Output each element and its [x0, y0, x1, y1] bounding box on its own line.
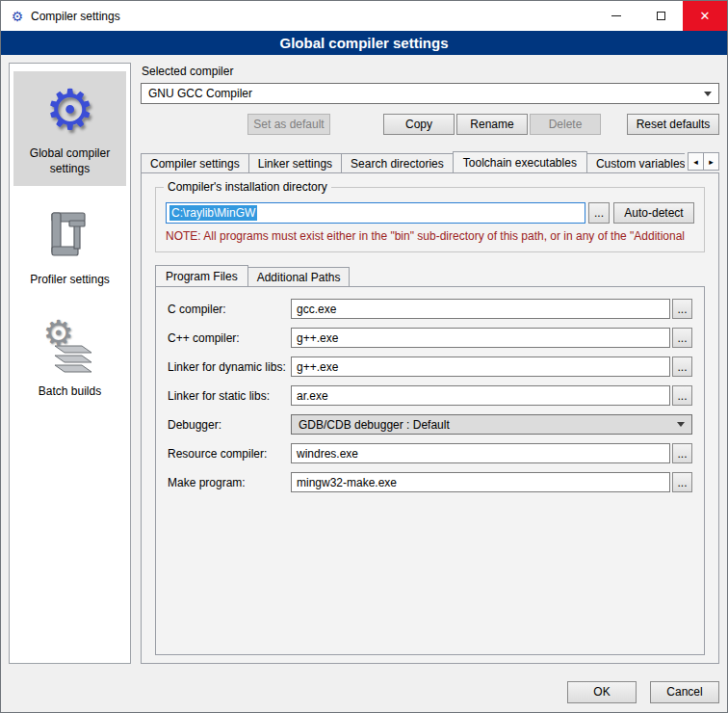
cpp-compiler-row: C++ compiler: g++.exe ... [168, 328, 692, 348]
dynamic-linker-input[interactable]: g++.exe [291, 356, 670, 377]
debugger-select-value: GDB/CDB debugger : Default [299, 418, 450, 432]
cpp-compiler-input[interactable]: g++.exe [291, 328, 670, 348]
inner-tabs-scroll-area: Program Files Additional Paths [155, 265, 350, 286]
settings-tabstrip: Compiler settings Linker settings Search… [141, 150, 719, 172]
c-compiler-browse-button[interactable]: ... [672, 299, 692, 319]
compiler-select-value: GNU GCC Compiler [148, 87, 252, 100]
install-dir-row: C:\raylib\MinGW ... Auto-detect [166, 202, 694, 224]
settings-category-sidebar: ⚙ Global compiler settings [9, 63, 131, 664]
sidebar-item-profiler-settings[interactable]: Profiler settings [13, 198, 126, 298]
titlebar: ⚙ Compiler settings ✕ [1, 1, 727, 31]
c-compiler-input[interactable]: gcc.exe [291, 299, 670, 319]
make-program-label: Make program: [168, 476, 291, 489]
sidebar-item-label: Global compiler settings [15, 146, 124, 176]
window-controls: ✕ [594, 1, 727, 31]
dialog-footer: OK Cancel [1, 672, 727, 712]
dynamic-linker-row: Linker for dynamic libs: g++.exe ... [168, 356, 692, 377]
static-linker-row: Linker for static libs: ar.exe ... [168, 385, 692, 406]
c-compiler-label: C compiler: [168, 303, 291, 316]
resource-compiler-browse-button[interactable]: ... [672, 443, 692, 463]
dynamic-linker-value: g++.exe [297, 360, 338, 374]
install-dir-groupbox: Compiler's installation directory C:\ray… [155, 187, 705, 252]
dynamic-linker-label: Linker for dynamic libs: [168, 360, 291, 374]
tab-scroll-right-button[interactable]: ▸ [703, 152, 719, 171]
global-compiler-icon-box: ⚙ [39, 79, 101, 141]
static-linker-browse-button[interactable]: ... [672, 385, 692, 406]
install-dir-value: C:\raylib\MinGW [169, 205, 257, 221]
copy-button[interactable]: Copy [383, 114, 455, 135]
tab-search-directories[interactable]: Search directories [341, 153, 454, 172]
tabs-scroll-area: Compiler settings Linker settings Search… [141, 151, 685, 172]
resource-compiler-input[interactable]: windres.exe [291, 443, 670, 463]
install-dir-note: NOTE: All programs must exist either in … [166, 229, 694, 243]
program-files-panel: C compiler: gcc.exe ... C++ compiler: g+… [155, 286, 705, 655]
debugger-select[interactable]: GDB/CDB debugger : Default [291, 414, 692, 435]
compiler-actions-row: Set as default Copy Rename Delete Reset … [141, 114, 719, 135]
resource-compiler-value: windres.exe [297, 447, 358, 461]
stacked-sheets-icon [47, 340, 101, 379]
toolchain-executables-panel: Compiler's installation directory C:\ray… [141, 172, 719, 664]
tab-custom-variables[interactable]: Custom variables [586, 153, 685, 172]
tab-program-files[interactable]: Program Files [155, 265, 248, 286]
rename-button[interactable]: Rename [456, 114, 528, 135]
c-compiler-value: gcc.exe [297, 303, 336, 316]
tab-scroll-left-button[interactable]: ◂ [688, 152, 704, 171]
install-dir-browse-button[interactable]: ... [588, 202, 610, 224]
clamp-icon [44, 208, 96, 264]
maximize-icon [657, 12, 665, 20]
window-title: Compiler settings [31, 10, 120, 23]
static-linker-input[interactable]: ar.exe [291, 385, 670, 406]
profiler-icon-box [39, 205, 101, 267]
compiler-settings-window: ⚙ Compiler settings ✕ Global compiler se… [0, 0, 728, 713]
cpp-compiler-browse-button[interactable]: ... [672, 328, 692, 348]
minimize-icon [611, 15, 621, 16]
c-compiler-row: C compiler: gcc.exe ... [168, 299, 692, 319]
autodetect-button[interactable]: Auto-detect [613, 202, 694, 224]
batch-builds-icon-box: ⚙ [39, 317, 101, 379]
cancel-button[interactable]: Cancel [650, 681, 719, 703]
tab-compiler-settings[interactable]: Compiler settings [141, 153, 249, 172]
tab-linker-settings[interactable]: Linker settings [248, 153, 342, 172]
sidebar-item-label: Batch builds [39, 384, 101, 400]
cpp-compiler-value: g++.exe [297, 331, 338, 345]
ok-button[interactable]: OK [567, 681, 637, 703]
make-program-input[interactable]: mingw32-make.exe [291, 472, 670, 492]
static-linker-label: Linker for static libs: [168, 389, 291, 403]
tab-scroll-buttons: ◂ ▸ [689, 152, 719, 171]
resource-compiler-row: Resource compiler: windres.exe ... [168, 443, 692, 463]
chevron-down-icon [704, 92, 712, 96]
minimize-button[interactable] [594, 1, 638, 31]
chevron-down-icon [677, 422, 685, 427]
sidebar-item-label: Profiler settings [30, 273, 110, 288]
make-program-browse-button[interactable]: ... [672, 472, 692, 492]
close-button[interactable]: ✕ [683, 1, 727, 31]
tab-toolchain-executables[interactable]: Toolchain executables [453, 151, 587, 172]
install-dir-input[interactable]: C:\raylib\MinGW [166, 202, 585, 224]
delete-button[interactable]: Delete [530, 114, 601, 135]
close-icon: ✕ [700, 10, 711, 22]
sidebar-item-global-compiler-settings[interactable]: ⚙ Global compiler settings [13, 71, 126, 186]
right-arrow-icon: ▸ [709, 157, 714, 167]
app-gear-icon: ⚙ [10, 9, 25, 24]
blue-gear-icon: ⚙ [45, 79, 95, 141]
left-arrow-icon: ◂ [693, 157, 698, 167]
dynamic-linker-browse-button[interactable]: ... [672, 356, 692, 377]
cpp-compiler-label: C++ compiler: [168, 331, 291, 345]
install-dir-group-title: Compiler's installation directory [164, 180, 331, 194]
debugger-label: Debugger: [168, 418, 291, 432]
make-program-value: mingw32-make.exe [297, 476, 397, 489]
debugger-row: Debugger: GDB/CDB debugger : Default [168, 414, 692, 435]
dialog-header-title: Global compiler settings [1, 31, 727, 55]
tab-additional-paths[interactable]: Additional Paths [247, 267, 351, 286]
make-program-row: Make program: mingw32-make.exe ... [168, 472, 692, 492]
batch-builds-icon: ⚙ [39, 317, 101, 379]
selected-compiler-label: Selected compiler [142, 65, 719, 78]
maximize-button[interactable] [638, 1, 683, 31]
reset-defaults-button[interactable]: Reset defaults [627, 114, 719, 135]
resource-compiler-label: Resource compiler: [168, 447, 291, 461]
set-as-default-button[interactable]: Set as default [247, 114, 330, 135]
dialog-body: ⚙ Global compiler settings [1, 55, 727, 672]
compiler-select[interactable]: GNU GCC Compiler [141, 83, 719, 104]
sidebar-item-batch-builds[interactable]: ⚙ Batch builds [13, 309, 126, 409]
main-content: Selected compiler GNU GCC Compiler Set a… [141, 63, 719, 664]
